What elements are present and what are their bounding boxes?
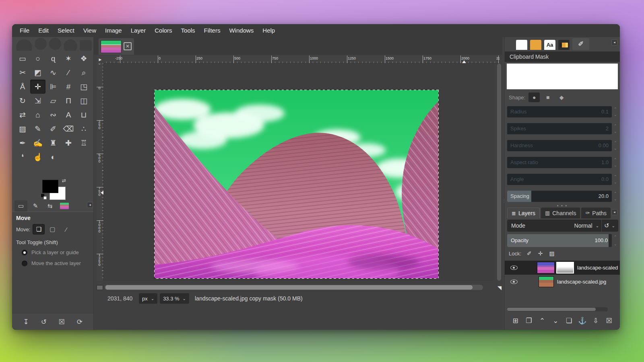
fonts-tab[interactable]: Aa: [544, 40, 555, 50]
canvas-image[interactable]: [154, 90, 439, 279]
anchor-layer-button[interactable]: ⚓: [577, 317, 588, 325]
shape-diamond-button[interactable]: ◆: [556, 93, 567, 102]
layer-mask-thumbnail[interactable]: [556, 262, 574, 274]
blur-sharpen-tool[interactable]: ❛: [15, 150, 30, 164]
slider[interactable]: Hardness 0.00: [507, 140, 612, 151]
menu-item[interactable]: View: [79, 24, 101, 37]
canvas-viewport[interactable]: [104, 64, 494, 281]
move-mode-radio-row[interactable]: Pick a layer or guide: [12, 247, 93, 258]
move-layer-button[interactable]: ❏: [33, 224, 45, 234]
perspective-tool[interactable]: Π: [61, 94, 76, 108]
menu-item[interactable]: Image: [101, 24, 126, 37]
gradients-tab[interactable]: [558, 40, 570, 50]
paths-tool[interactable]: ∿: [45, 66, 61, 80]
color-picker-tool[interactable]: ∕: [61, 66, 76, 80]
delete-layer-button[interactable]: ☒: [603, 317, 615, 325]
visibility-eye-icon[interactable]: [510, 265, 518, 270]
paths-tab[interactable]: ✑ Paths: [581, 208, 611, 218]
layer-mode-row[interactable]: Mode Normal ⌄ ↺ ⌄: [507, 220, 618, 232]
shape-circle-button[interactable]: ●: [528, 93, 540, 102]
scale-tool[interactable]: ⇲: [30, 94, 45, 108]
menu-item[interactable]: Tools: [177, 24, 200, 37]
dodge-burn-tool[interactable]: ◐: [45, 150, 61, 164]
text-tool[interactable]: A: [61, 108, 76, 122]
brush-editor-tab[interactable]: ✐: [572, 38, 589, 50]
spinner[interactable]: ⌃⌄: [613, 140, 618, 151]
channels-tab[interactable]: ▥ Channels: [541, 208, 580, 218]
menu-item[interactable]: Filters: [200, 24, 225, 37]
mypaint-brush-tool[interactable]: ✍: [30, 136, 45, 150]
menu-item[interactable]: Select: [53, 24, 79, 37]
menu-item[interactable]: Layer: [126, 24, 151, 37]
warp-transform-tool[interactable]: ∾: [45, 108, 61, 122]
menu-item[interactable]: Windows: [225, 24, 258, 37]
slider[interactable]: Radius 0.1: [507, 106, 612, 117]
patterns-tab[interactable]: [530, 40, 541, 50]
spinner[interactable]: ⌃⌄: [613, 123, 618, 134]
delete-tool-preset-button[interactable]: ☒: [56, 318, 67, 326]
lock-pixels-icon[interactable]: ✐: [527, 250, 532, 257]
raise-layer-button[interactable]: ⌃: [537, 317, 548, 325]
toolbox-dock-menu-button[interactable]: ◂: [87, 202, 93, 208]
unit-select[interactable]: px ⌄: [139, 293, 157, 304]
menu-item[interactable]: Edit: [34, 24, 53, 37]
layers-dock-menu-button[interactable]: ◂: [611, 209, 617, 215]
move-path-button[interactable]: ∕: [60, 224, 72, 234]
slider[interactable]: Spikes 2: [507, 123, 612, 134]
rectangle-select-tool[interactable]: ▭: [15, 51, 30, 66]
layer-row[interactable]: landscape-scaled: [505, 261, 620, 275]
cage-transform-tool[interactable]: ⌂: [30, 108, 45, 122]
menu-item[interactable]: Colors: [150, 24, 176, 37]
restore-tool-preset-button[interactable]: ↺: [38, 318, 50, 326]
device-status-tab[interactable]: ✎: [29, 200, 42, 212]
spinner[interactable]: ⌃⌄: [613, 106, 618, 117]
shear-tool[interactable]: ▱: [45, 94, 61, 108]
select-by-color-tool[interactable]: ❖: [76, 51, 91, 66]
menu-item[interactable]: Help: [258, 24, 279, 37]
save-tool-preset-button[interactable]: ↧: [20, 318, 31, 326]
move-tool[interactable]: ✛: [30, 80, 45, 94]
radio-button[interactable]: [22, 250, 27, 255]
layer-name[interactable]: landscape-scaled.jpg: [557, 279, 606, 285]
lower-layer-button[interactable]: ⌄: [550, 317, 561, 325]
clone-tool[interactable]: ♜: [45, 136, 61, 150]
new-layer-group-button[interactable]: ❐: [523, 317, 535, 325]
spinner[interactable]: ⌃⌄: [613, 174, 618, 185]
vertical-ruler[interactable]: 250025050075010001250: [97, 64, 104, 281]
foreground-color-swatch[interactable]: [42, 180, 58, 193]
image-tab[interactable]: ✕: [99, 38, 134, 55]
layers-tab[interactable]: ≣ Layers: [507, 208, 540, 218]
horizontal-ruler[interactable]: -2500250500750100012501500175020002250: [104, 56, 500, 64]
move-selection-button[interactable]: ▢: [46, 224, 58, 234]
measure-tool[interactable]: Å: [15, 80, 30, 94]
opacity-slider[interactable]: Opacity 100.0: [507, 234, 612, 247]
paintbrush-tool[interactable]: ✐: [45, 122, 61, 136]
default-colors-icon[interactable]: [41, 194, 47, 200]
rotate-tool[interactable]: ↻: [15, 94, 30, 108]
zoom-select[interactable]: 33.3 % ⌄: [160, 293, 189, 304]
heal-tool[interactable]: ✚: [61, 136, 76, 150]
smudge-tool[interactable]: ☝: [30, 150, 45, 164]
layers-scrollbar[interactable]: [507, 307, 608, 311]
radio-button[interactable]: [22, 261, 27, 266]
spinner[interactable]: ⌃⌄: [613, 157, 618, 168]
unified-transform-tool[interactable]: ◳: [76, 80, 91, 94]
bucket-fill-tool[interactable]: ⊔: [76, 108, 91, 122]
new-layer-button[interactable]: ⊞: [510, 317, 521, 325]
move-mode-radio-row[interactable]: Move the active layer: [12, 258, 93, 269]
airbrush-tool[interactable]: ∴: [76, 122, 91, 136]
shape-square-button[interactable]: ■: [542, 93, 553, 102]
brushes-tab[interactable]: [516, 40, 527, 50]
merge-down-button[interactable]: ⇩: [590, 317, 601, 325]
lock-position-icon[interactable]: ✛: [538, 250, 543, 257]
slider[interactable]: Spacing 20.0: [507, 191, 612, 202]
fuzzy-select-tool[interactable]: ✶: [61, 51, 76, 66]
horizontal-scrollbar-thumb[interactable]: [105, 285, 473, 290]
3d-transform-tool[interactable]: ◫: [76, 94, 91, 108]
undo-history-tab[interactable]: ⇆: [43, 200, 56, 212]
quick-mask-toggle[interactable]: [97, 285, 103, 290]
layer-thumbnail[interactable]: [537, 262, 555, 274]
ruler-corner-button[interactable]: ▶: [97, 56, 104, 64]
mode-reset-icon[interactable]: ↺: [604, 222, 609, 229]
lock-alpha-icon[interactable]: ▨: [549, 250, 555, 257]
